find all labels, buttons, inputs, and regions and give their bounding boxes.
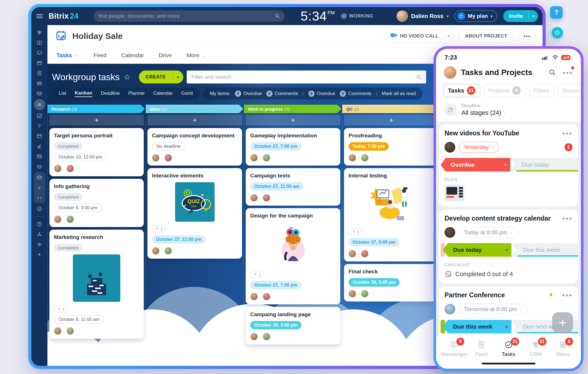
avatar[interactable] xyxy=(54,165,62,172)
avatar[interactable] xyxy=(152,247,160,255)
deadline-pill[interactable]: October 30, 5:00 pm xyxy=(349,278,400,287)
settings-gear-icon[interactable] xyxy=(34,240,45,249)
avatar[interactable] xyxy=(349,250,356,258)
deadline-pill[interactable]: Today, 7:00 pm xyxy=(349,142,389,151)
avatar[interactable] xyxy=(263,333,270,340)
stage-next[interactable]: Due this week xyxy=(511,243,578,257)
counter-overdue-2[interactable]: 0Overdue xyxy=(308,91,335,97)
workgroups-icon[interactable] xyxy=(34,99,45,110)
chip-flows[interactable]: Flows xyxy=(529,84,554,97)
view-deadline[interactable]: Deadline xyxy=(101,91,120,97)
avatar[interactable] xyxy=(54,215,62,223)
avatar[interactable] xyxy=(250,154,258,162)
user-name[interactable]: Dalien Ross xyxy=(411,13,443,19)
chip-tasks[interactable]: Tasks21 xyxy=(443,84,480,97)
task-card[interactable]: Marketing research Completed 1 October 9… xyxy=(49,230,144,339)
market-box-icon[interactable] xyxy=(34,173,45,182)
marketplace-icon[interactable] xyxy=(34,183,45,192)
avatar[interactable] xyxy=(263,194,270,202)
file-thumbnail[interactable] xyxy=(445,185,464,201)
avatar[interactable] xyxy=(349,290,356,298)
task-more-icon[interactable]: ●●● xyxy=(562,292,572,298)
tab-tasks[interactable]: Tasks› xyxy=(56,52,84,59)
view-gantt[interactable]: Gantt xyxy=(181,91,193,97)
crm-filter-icon[interactable] xyxy=(34,121,45,131)
deadline-pill[interactable]: October 27, 5:00 pm xyxy=(349,238,400,247)
chip-projects[interactable]: Projects8 xyxy=(483,84,526,97)
stages-icon[interactable] xyxy=(444,103,457,116)
messenger-icon[interactable] xyxy=(34,48,45,58)
tasks-icon[interactable] xyxy=(34,111,45,120)
search-icon[interactable] xyxy=(549,69,556,76)
task-card[interactable]: Final check October 30, 5:00 pm › xyxy=(344,264,439,302)
avatar[interactable] xyxy=(361,250,369,258)
stage-next[interactable]: Due today xyxy=(510,158,578,171)
task-card[interactable]: Gameplay implementation October 27, 7:00… xyxy=(246,128,340,166)
nav-feed[interactable]: Feed xyxy=(468,340,495,357)
deadline-pill[interactable]: October 27, 7:00 pm xyxy=(250,142,301,151)
avatar[interactable] xyxy=(361,154,369,162)
filter-search[interactable] xyxy=(187,71,426,83)
tab-more[interactable]: More⌄ xyxy=(179,52,213,59)
stage-current[interactable]: Due this week▾ xyxy=(443,320,511,333)
deadline-pill[interactable]: October 27, 12:00 pm xyxy=(152,235,206,244)
mark-all-read-button[interactable]: Mark all as read xyxy=(382,91,416,96)
avatar[interactable] xyxy=(164,247,172,255)
automation-icon[interactable] xyxy=(34,162,45,171)
avatar[interactable] xyxy=(164,154,172,162)
bitrix24-logo[interactable]: Bitrix24 xyxy=(49,12,79,21)
deadline-pill[interactable]: October 10, 12:00 pm xyxy=(54,153,107,161)
task-card[interactable]: Campaing landing page October 30, 3:00 p… xyxy=(246,307,340,344)
phone-task-card[interactable]: New videos for YouTube ●●● Yesterday⌄ 1 … xyxy=(439,124,578,207)
checklist-summary[interactable]: Completed 0 out of 4 xyxy=(445,270,572,278)
add-task-fab[interactable]: + xyxy=(552,312,573,333)
task-card[interactable]: Campaign texts October 27, 11:00 am › xyxy=(246,168,340,206)
deadline-pill[interactable]: October 9, 11:00 am xyxy=(54,315,104,324)
all-stages-select[interactable]: All stages (24) ⌄ xyxy=(461,109,506,116)
task-card[interactable]: Internal testing 1 October 27, 5:00 pm › xyxy=(344,168,439,261)
avatar[interactable] xyxy=(250,194,258,202)
documents-icon[interactable] xyxy=(34,69,45,78)
more-menu-icon[interactable]: ●●● xyxy=(563,70,573,75)
avatar[interactable] xyxy=(263,293,270,300)
stage-current[interactable]: Overdue▾ xyxy=(441,158,510,171)
due-date-pill[interactable]: Yesterday⌄ xyxy=(459,142,499,153)
timer-widget-button[interactable] xyxy=(552,27,563,38)
column-header[interactable]: Work in progress(4) xyxy=(244,105,341,113)
deadline-pill[interactable]: No deadline xyxy=(152,142,185,151)
phone-task-card[interactable]: Develop content strategy calendar ●●● To… xyxy=(439,210,578,283)
about-project-button[interactable]: ABOUT PROJECT xyxy=(458,29,514,43)
global-search[interactable] xyxy=(94,10,285,22)
tab-drive[interactable]: Drive xyxy=(151,52,179,59)
avatar[interactable] xyxy=(263,154,270,162)
add-plus-icon[interactable] xyxy=(34,250,45,259)
counter-comments-2[interactable]: 0Comments xyxy=(340,91,371,97)
help-icon[interactable] xyxy=(34,219,45,229)
avatar[interactable] xyxy=(66,327,74,335)
task-card[interactable]: Design for the campaign 1 October 27, 7:… xyxy=(246,208,340,304)
task-more-icon[interactable]: ●●● xyxy=(562,131,572,136)
create-dropdown[interactable]: ▾ xyxy=(173,71,183,83)
view-list[interactable]: List xyxy=(59,91,66,97)
avatar[interactable] xyxy=(361,290,369,298)
chip-scrum[interactable]: Scrum xyxy=(557,84,581,97)
user-avatar[interactable] xyxy=(397,10,408,22)
task-card[interactable]: Info gathering Completed October 9, 3:00… xyxy=(49,179,144,227)
project-more-button[interactable]: ••• xyxy=(519,29,535,43)
nav-messenger[interactable]: Messenger 9 xyxy=(441,340,468,357)
assignee-avatar[interactable] xyxy=(445,304,455,314)
column-header[interactable]: Ideas(2) xyxy=(146,105,243,113)
structure-icon[interactable] xyxy=(34,230,45,239)
my-plan-button[interactable]: My plan ▾ xyxy=(454,10,497,22)
view-calendar[interactable]: Calendar xyxy=(153,91,173,97)
task-card[interactable]: Target persona portrait Completed Octobe… xyxy=(49,128,144,176)
filter-search-input[interactable] xyxy=(191,74,416,80)
add-task-button[interactable]: + xyxy=(147,115,242,126)
view-kanban[interactable]: Kanban xyxy=(75,90,92,97)
add-task-button[interactable]: + xyxy=(49,115,144,126)
nav-menu[interactable]: Menu 8 xyxy=(549,340,576,357)
invite-button[interactable]: Invite ▾ xyxy=(503,10,538,22)
create-button[interactable]: CREATE ▾ xyxy=(139,71,184,83)
kanban-icon[interactable] xyxy=(34,38,45,47)
more-circle-icon[interactable] xyxy=(34,204,45,214)
